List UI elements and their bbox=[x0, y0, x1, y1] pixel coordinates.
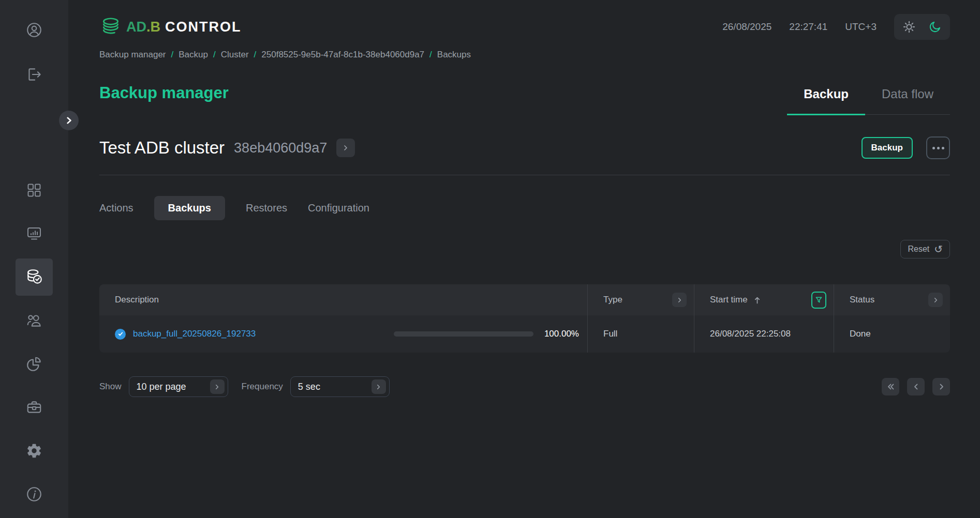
breadcrumb-item[interactable]: Cluster bbox=[221, 50, 249, 59]
cluster-title-group: Test ADB cluster 38eb4060d9a7 bbox=[99, 138, 355, 158]
type-column-expand-button[interactable] bbox=[672, 293, 687, 307]
dashboard-grid-icon bbox=[26, 182, 42, 199]
breadcrumb-separator: / bbox=[254, 50, 257, 59]
breadcrumb-separator: / bbox=[213, 50, 216, 59]
info-icon bbox=[25, 485, 43, 503]
current-time: 22:27:41 bbox=[789, 21, 827, 33]
reset-button-label: Reset bbox=[908, 245, 929, 254]
frequency-label: Frequency bbox=[242, 382, 283, 392]
chevron-left-icon bbox=[913, 383, 919, 390]
users-icon bbox=[25, 312, 43, 329]
table-footer: Show 10 per page Frequency 5 sec bbox=[99, 376, 950, 397]
sidebar-item-logout[interactable] bbox=[16, 56, 53, 93]
status-column-expand-button[interactable] bbox=[928, 293, 943, 307]
chevron-right-icon bbox=[210, 379, 225, 394]
sub-tabs: Actions Backups Restores Configuration bbox=[99, 196, 950, 220]
top-tabs: Backup Data flow bbox=[787, 87, 950, 115]
sidebar-item-info[interactable] bbox=[16, 476, 53, 513]
title-row: Backup manager Backup Data flow bbox=[99, 84, 950, 115]
sidebar-item-dashboard[interactable] bbox=[16, 172, 53, 209]
sidebar bbox=[0, 0, 68, 518]
breadcrumb-item[interactable]: 250f8525-9e5b-47af-8c1b-38eb4060d9a7 bbox=[261, 50, 424, 59]
moon-icon bbox=[928, 20, 942, 34]
reset-button[interactable]: Reset ↺ bbox=[900, 240, 950, 258]
monitoring-chart-icon bbox=[25, 225, 43, 242]
chevron-right-icon bbox=[343, 145, 349, 151]
show-label: Show bbox=[99, 382, 122, 392]
ellipsis-icon bbox=[932, 147, 935, 149]
more-actions-button[interactable] bbox=[926, 136, 950, 159]
current-date: 26/08/2025 bbox=[722, 21, 771, 33]
sidebar-item-reports[interactable] bbox=[16, 345, 53, 383]
tab-backup[interactable]: Backup bbox=[787, 87, 865, 115]
progress-group: 100.00% bbox=[394, 329, 579, 339]
sidebar-item-settings[interactable] bbox=[16, 432, 53, 469]
tab-data-flow[interactable]: Data flow bbox=[865, 87, 950, 115]
sidebar-expand-button[interactable] bbox=[59, 111, 79, 130]
pie-chart-icon bbox=[25, 355, 43, 373]
progress-bar bbox=[394, 331, 533, 337]
subtab-backups[interactable]: Backups bbox=[154, 196, 225, 220]
sidebar-item-monitoring[interactable] bbox=[16, 215, 53, 252]
description-cell: backup_full_20250826_192733 100.00% bbox=[99, 315, 587, 353]
breadcrumb-item[interactable]: Backup manager bbox=[99, 50, 166, 59]
sidebar-item-profile[interactable] bbox=[16, 11, 53, 49]
cluster-expand-button[interactable] bbox=[336, 139, 355, 157]
subtab-configuration[interactable]: Configuration bbox=[308, 202, 369, 214]
subtab-actions[interactable]: Actions bbox=[99, 202, 133, 214]
cluster-id: 38eb4060d9a7 bbox=[234, 140, 327, 156]
frequency-value: 5 sec bbox=[298, 382, 320, 392]
column-header-type: Type bbox=[587, 284, 694, 315]
breadcrumb-separator: / bbox=[429, 50, 432, 59]
first-page-button[interactable] bbox=[882, 378, 899, 395]
reset-undo-icon: ↺ bbox=[934, 244, 943, 254]
table-header-row: Description Type Start time bbox=[99, 284, 950, 315]
clock: 26/08/2025 22:27:41 UTC+3 bbox=[722, 14, 950, 40]
table-row: backup_full_20250826_192733 100.00% Full… bbox=[99, 315, 950, 353]
subtab-restores[interactable]: Restores bbox=[246, 202, 287, 214]
page-size-value: 10 per page bbox=[137, 382, 186, 392]
sidebar-item-jobs[interactable] bbox=[16, 389, 53, 426]
chevron-right-icon bbox=[65, 117, 72, 124]
frequency-select[interactable]: 5 sec bbox=[290, 376, 390, 397]
dark-theme-button[interactable] bbox=[928, 20, 942, 34]
page-size-controls: Show 10 per page Frequency 5 sec bbox=[99, 376, 390, 397]
progress-percent: 100.00% bbox=[540, 329, 579, 339]
double-chevron-left-icon bbox=[887, 383, 895, 390]
page-size-select[interactable]: 10 per page bbox=[129, 376, 228, 397]
user-circle-icon bbox=[25, 21, 43, 39]
breadcrumb-separator: / bbox=[171, 50, 174, 59]
main-content: AD.BCONTROL 26/08/2025 22:27:41 UTC+3 bbox=[68, 0, 980, 518]
brand-name: AD.BCONTROL bbox=[126, 19, 241, 35]
logo: AD.BCONTROL bbox=[99, 16, 241, 38]
sun-icon bbox=[902, 20, 916, 34]
logo-database-icon bbox=[99, 16, 122, 38]
sidebar-item-backups[interactable] bbox=[16, 258, 53, 296]
timezone: UTC+3 bbox=[845, 21, 877, 33]
start-time-filter-button[interactable] bbox=[811, 292, 826, 309]
column-header-description: Description bbox=[99, 284, 587, 315]
section-divider bbox=[99, 175, 950, 175]
briefcase-icon bbox=[25, 399, 43, 416]
chevron-right-icon bbox=[677, 297, 682, 303]
chevron-right-icon bbox=[938, 383, 945, 390]
sort-ascending-icon[interactable] bbox=[753, 296, 761, 304]
pagination bbox=[882, 378, 950, 395]
column-header-status: Status bbox=[834, 284, 950, 315]
sidebar-item-users[interactable] bbox=[16, 302, 53, 339]
previous-page-button[interactable] bbox=[907, 378, 925, 395]
light-theme-button[interactable] bbox=[902, 20, 916, 34]
backup-button[interactable]: Backup bbox=[862, 137, 913, 159]
cluster-actions: Backup bbox=[862, 136, 950, 159]
next-page-button[interactable] bbox=[932, 378, 950, 395]
backups-table: Description Type Start time bbox=[99, 284, 950, 353]
chevron-right-icon bbox=[372, 379, 386, 394]
breadcrumb-item[interactable]: Backups bbox=[437, 50, 471, 59]
breadcrumb-item[interactable]: Backup bbox=[179, 50, 208, 59]
page-title: Backup manager bbox=[99, 84, 229, 115]
chevron-right-icon bbox=[933, 297, 939, 303]
success-check-icon bbox=[115, 329, 126, 340]
type-cell: Full bbox=[587, 315, 694, 353]
backup-link[interactable]: backup_full_20250826_192733 bbox=[133, 329, 256, 339]
app-root: AD.BCONTROL 26/08/2025 22:27:41 UTC+3 bbox=[0, 0, 980, 518]
